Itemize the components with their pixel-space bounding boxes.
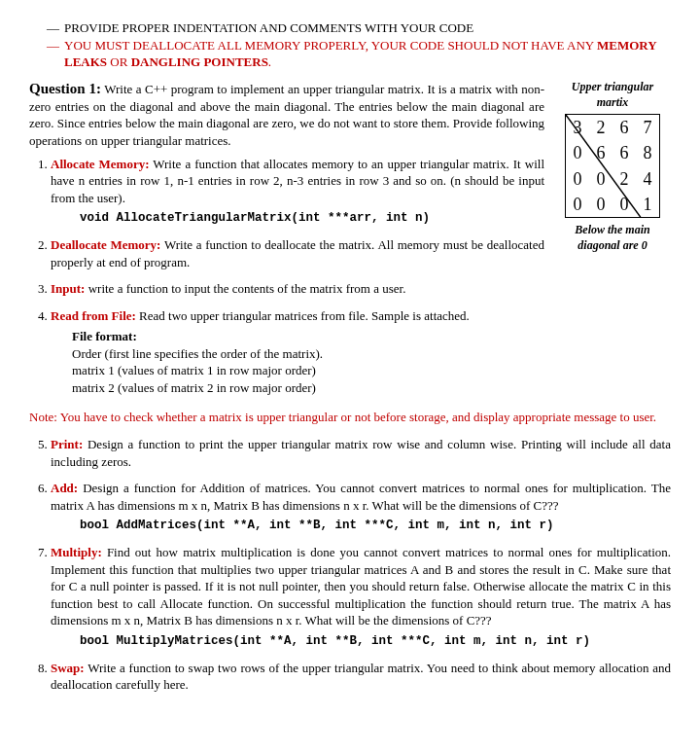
- rule-2c: OR: [107, 54, 131, 69]
- task-body: Design a function for Addition of matric…: [51, 481, 671, 513]
- task-code: bool AddMatrices(int **A, int **B, int *…: [80, 518, 671, 534]
- question-title: Question 1:: [29, 81, 101, 96]
- task-title: Multiply:: [51, 545, 102, 559]
- cell: 0: [612, 192, 636, 217]
- task-6: Add: Design a function for Addition of m…: [51, 480, 671, 534]
- file-format-line: matrix 1 (values of matrix 1 in row majo…: [72, 362, 671, 379]
- task-8: Swap: Write a function to swap two rows …: [51, 660, 671, 694]
- cell: 2: [612, 166, 636, 192]
- task-4: Read from File: Read two upper triangula…: [51, 307, 671, 397]
- figure-caption-top: Upper triangular martix: [554, 79, 671, 110]
- task-title: Swap:: [51, 661, 85, 675]
- cell: 6: [612, 115, 636, 140]
- task-code: bool MultiplyMatrices(int **A, int **B, …: [80, 633, 671, 650]
- cell: 8: [636, 140, 659, 165]
- task-title: Print:: [51, 437, 83, 451]
- matrix-box: 3267 0668 0024 0001: [565, 114, 660, 218]
- task-title: Add:: [51, 481, 78, 495]
- header-rules: PROVIDE PROPER INDENTATION AND COMMENTS …: [47, 19, 671, 71]
- file-format-label: File format:: [72, 328, 671, 345]
- matrix-figure: Upper triangular martix 3267 0668 0024 0…: [554, 79, 671, 254]
- cell: 4: [636, 166, 659, 192]
- task-body: Design a function to print the upper tri…: [51, 437, 671, 469]
- cell: 0: [566, 140, 589, 165]
- rule-2d: DANGLING POINTERS: [131, 54, 268, 69]
- cell: 0: [589, 166, 612, 192]
- rule-2a: YOU MUST DEALLOCATE ALL MEMORY PROPERLY,…: [64, 38, 597, 53]
- file-format-block: File format: Order (first line specifies…: [72, 328, 671, 396]
- task-title: Read from File:: [51, 308, 136, 323]
- file-format-line: matrix 2 (values of matrix 2 in row majo…: [72, 379, 671, 397]
- rule-2: YOU MUST DEALLOCATE ALL MEMORY PROPERLY,…: [47, 37, 671, 71]
- note-text: Note: You have to check whether a matrix…: [29, 409, 671, 426]
- task-5: Print: Design a function to print the up…: [51, 436, 671, 470]
- task-list-2: Print: Design a function to print the up…: [29, 436, 671, 694]
- task-body: Read two upper triangular matrices from …: [136, 308, 470, 323]
- rule-1: PROVIDE PROPER INDENTATION AND COMMENTS …: [47, 19, 671, 37]
- question-body: Write a C++ program to implement an uppe…: [29, 82, 544, 148]
- task-body: Write a function to swap two rows of the…: [51, 661, 671, 693]
- cell: 0: [589, 192, 612, 217]
- file-format-line: Order (first line specifies the order of…: [72, 345, 671, 363]
- question-text: Question 1: Write a C++ program to imple…: [29, 79, 544, 150]
- task-title: Deallocate Memory:: [51, 237, 160, 252]
- cell: 6: [589, 140, 612, 165]
- cell: 0: [566, 166, 589, 192]
- cell: 2: [589, 115, 612, 140]
- task-2: Deallocate Memory: Write a function to d…: [51, 236, 544, 270]
- task-body: write a function to input the contents o…: [85, 281, 405, 296]
- task-body: Find out how matrix multiplication is do…: [51, 545, 671, 628]
- task-title: Input:: [51, 281, 85, 296]
- cell: 0: [566, 192, 589, 217]
- task-7: Multiply: Find out how matrix multiplica…: [51, 544, 671, 650]
- task-3: Input: write a function to input the con…: [51, 280, 671, 298]
- rule-2e: .: [268, 54, 271, 69]
- cell: 1: [636, 192, 659, 217]
- question-block: Upper triangular martix 3267 0668 0024 0…: [29, 79, 671, 694]
- task-title: Allocate Memory:: [51, 157, 149, 171]
- cell: 6: [612, 140, 636, 165]
- figure-caption-bottom: Below the main diagonal are 0: [554, 222, 671, 253]
- cell: 3: [566, 115, 589, 140]
- cell: 7: [636, 115, 659, 140]
